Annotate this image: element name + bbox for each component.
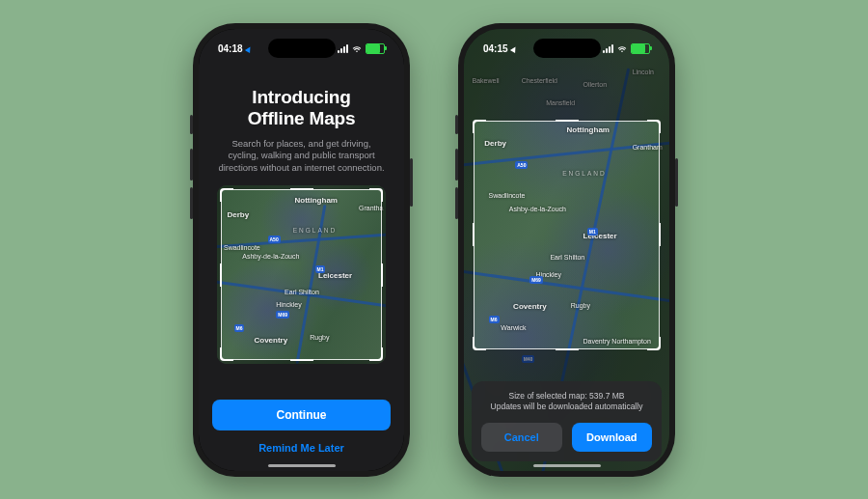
map-size-label: Size of selected map: 539.7 MB bbox=[481, 391, 652, 402]
dynamic-island bbox=[268, 39, 336, 58]
page-subtitle: Search for places, and get driving, cycl… bbox=[216, 138, 387, 174]
remind-later-button[interactable]: Remind Me Later bbox=[258, 442, 344, 454]
vol-up bbox=[455, 149, 458, 180]
home-indicator[interactable] bbox=[533, 464, 601, 467]
page-title: Introducing Offline Maps bbox=[248, 87, 356, 131]
download-button[interactable]: Download bbox=[572, 423, 653, 452]
continue-button[interactable]: Continue bbox=[212, 400, 391, 430]
phone-select-area: 04:15 ENGLAND Derby Nottingham Leice bbox=[458, 23, 675, 477]
cancel-button[interactable]: Cancel bbox=[481, 423, 562, 452]
wifi-icon bbox=[617, 45, 627, 53]
signal-icon bbox=[338, 44, 348, 53]
silent-switch bbox=[190, 115, 193, 134]
phone-intro: 04:18 Introducing Offline Maps Search fo… bbox=[193, 23, 410, 477]
status-time: 04:15 bbox=[483, 43, 508, 54]
power-button bbox=[410, 158, 413, 207]
map-fullscreen[interactable]: ENGLAND Derby Nottingham Leicester Coven… bbox=[464, 29, 669, 471]
battery-icon bbox=[366, 43, 385, 54]
wifi-icon bbox=[352, 45, 362, 53]
download-panel: Size of selected map: 539.7 MB Updates w… bbox=[472, 381, 662, 460]
crop-frame[interactable] bbox=[474, 121, 660, 349]
location-icon bbox=[509, 44, 517, 52]
home-indicator[interactable] bbox=[268, 464, 336, 467]
silent-switch bbox=[455, 115, 458, 134]
status-time: 04:18 bbox=[218, 43, 243, 54]
signal-icon bbox=[603, 44, 613, 53]
vol-up bbox=[190, 149, 193, 180]
map-preview: ENGLAND Derby Nottingham Leicester Coven… bbox=[217, 185, 386, 364]
location-icon bbox=[244, 44, 252, 52]
battery-icon bbox=[631, 43, 650, 54]
dynamic-island bbox=[533, 39, 601, 58]
crop-frame[interactable] bbox=[221, 189, 382, 360]
vol-down bbox=[455, 187, 458, 219]
power-button bbox=[675, 158, 678, 207]
vol-down bbox=[190, 187, 193, 219]
auto-update-label: Updates will be downloaded automatically bbox=[481, 402, 652, 412]
